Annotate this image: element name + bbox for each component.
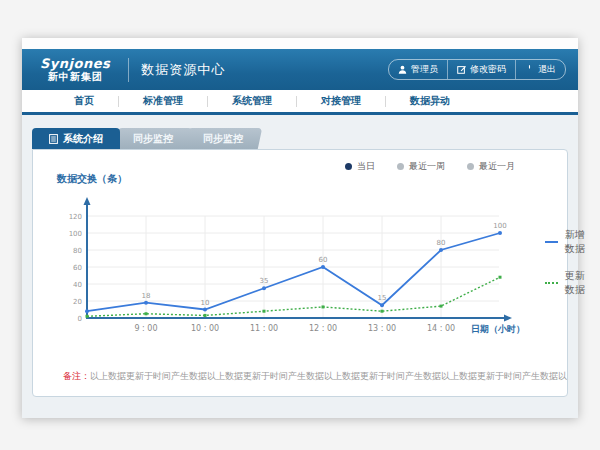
svg-text:10: 10 (201, 299, 210, 307)
power-icon (525, 65, 534, 74)
filter-today[interactable]: 当日 (345, 160, 375, 172)
y-axis-title: 数据交换（条） (57, 172, 527, 186)
svg-text:80: 80 (73, 247, 82, 255)
page-title: 数据资源中心 (141, 61, 225, 79)
edit-icon (457, 65, 466, 74)
filter-label: 最近一月 (479, 160, 515, 173)
legend-item-updated-data: 更新数据 (545, 269, 586, 297)
logout-label: 退出 (538, 63, 556, 76)
radio-selected-icon (345, 163, 352, 170)
nav-item-data-change[interactable]: 数据异动 (386, 94, 474, 108)
header-divider (128, 58, 129, 82)
tab-label: 同步监控 (133, 132, 173, 146)
svg-text:10 : 00: 10 : 00 (191, 324, 219, 333)
svg-text:120: 120 (69, 213, 82, 221)
svg-text:12 : 00: 12 : 00 (309, 324, 337, 333)
tab-sync-monitor-2[interactable]: 同步监控 (184, 128, 262, 149)
svg-text:9 : 00: 9 : 00 (134, 324, 157, 333)
svg-text:100: 100 (493, 222, 506, 230)
svg-text:35: 35 (260, 277, 269, 285)
logout-button[interactable]: 退出 (515, 60, 565, 79)
chart-legend: 新增数据 更新数据 (527, 172, 586, 338)
svg-text:60: 60 (319, 256, 328, 264)
chart-area: 数据交换（条） 0204060801001209 : 0010 : 0011 :… (57, 172, 527, 338)
tab-label: 系统介绍 (63, 132, 103, 146)
svg-text:60: 60 (73, 264, 82, 272)
document-icon (49, 134, 58, 144)
dotted-line-icon (545, 282, 558, 284)
note-label: 备注 (63, 371, 81, 381)
svg-text:20: 20 (73, 298, 82, 306)
note-text: 以上数据更新于时间产生数据以上数据更新于时间产生数据以上数据更新于时间产生数据以… (90, 371, 567, 381)
tab-label: 同步监控 (203, 132, 243, 146)
radio-icon (467, 163, 474, 170)
user-icon (398, 65, 407, 74)
svg-text:11 : 00: 11 : 00 (250, 324, 278, 333)
svg-text:80: 80 (437, 239, 446, 247)
tab-sync-monitor-1[interactable]: 同步监控 (114, 128, 192, 149)
svg-text:15: 15 (378, 294, 387, 302)
note-separator: ： (81, 371, 90, 381)
solid-line-icon (545, 241, 558, 243)
main-nav: 首页 标准管理 系统管理 对接管理 数据异动 (22, 90, 578, 112)
change-password-button[interactable]: 修改密码 (447, 60, 515, 79)
svg-text:0: 0 (78, 315, 82, 323)
legend-label: 新增数据 (565, 228, 586, 256)
header-button-group: 管理员 修改密码 退出 (388, 59, 566, 80)
filter-label: 当日 (357, 160, 375, 173)
content-area: 系统介绍 同步监控 同步监控 当日 最近一周 (22, 115, 578, 418)
range-filter-group: 当日 最近一周 最近一月 (33, 150, 567, 172)
logo-title: Synjones (40, 57, 110, 70)
svg-text:100: 100 (69, 230, 82, 238)
radio-icon (397, 163, 404, 170)
chart-block: 数据交换（条） 0204060801001209 : 0010 : 0011 :… (33, 172, 567, 338)
nav-item-system-mgmt[interactable]: 系统管理 (208, 94, 296, 108)
svg-text:13 : 00: 13 : 00 (368, 324, 396, 333)
app-window: Synjones 新中新集团 数据资源中心 管理员 修改密码 (22, 38, 578, 418)
window-top-strip (22, 38, 578, 49)
change-password-label: 修改密码 (470, 63, 506, 76)
filter-last-month[interactable]: 最近一月 (467, 160, 515, 172)
user-button-label: 管理员 (411, 63, 438, 76)
header: Synjones 新中新集团 数据资源中心 管理员 修改密码 (22, 49, 578, 90)
tab-system-intro[interactable]: 系统介绍 (32, 128, 120, 149)
logo: Synjones 新中新集团 (34, 57, 116, 82)
filter-last-week[interactable]: 最近一周 (397, 160, 445, 172)
chart-panel: 当日 最近一周 最近一月 数据交换（条） 0204060801001209 : … (32, 149, 568, 397)
nav-item-interface-mgmt[interactable]: 对接管理 (297, 94, 385, 108)
svg-text:18: 18 (142, 292, 151, 300)
legend-item-new-data: 新增数据 (545, 228, 586, 256)
tab-bar: 系统介绍 同步监控 同步监控 (32, 128, 568, 149)
user-button[interactable]: 管理员 (389, 60, 447, 79)
svg-text:40: 40 (73, 281, 82, 289)
nav-item-home[interactable]: 首页 (50, 94, 118, 108)
svg-text:日期（小时）: 日期（小时） (471, 324, 525, 334)
nav-item-standard-mgmt[interactable]: 标准管理 (119, 94, 207, 108)
svg-text:14 : 00: 14 : 00 (427, 324, 455, 333)
filter-label: 最近一周 (409, 160, 445, 173)
footer-note: 备注：以上数据更新于时间产生数据以上数据更新于时间产生数据以上数据更新于时间产生… (33, 371, 567, 396)
legend-label: 更新数据 (565, 269, 586, 297)
logo-subtitle: 新中新集团 (48, 72, 103, 82)
line-chart: 0204060801001209 : 0010 : 0011 : 0012 : … (57, 188, 527, 338)
